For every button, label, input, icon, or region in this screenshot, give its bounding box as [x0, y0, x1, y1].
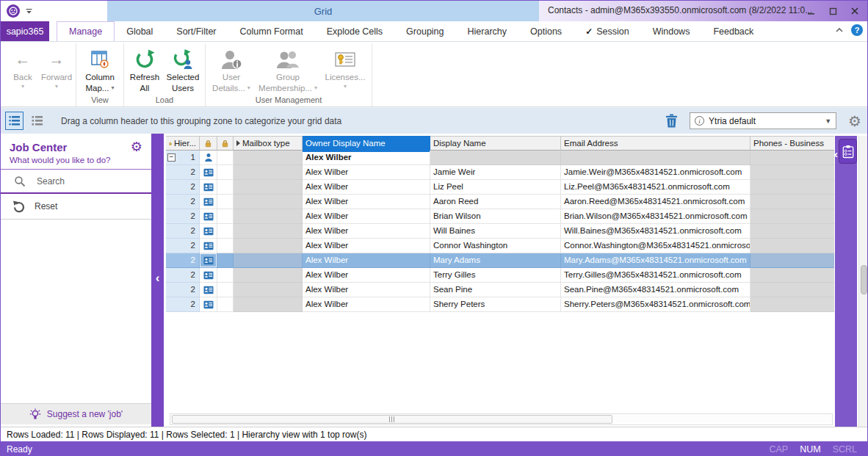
column-header-mailbox-type[interactable]: Mailbox type [234, 136, 303, 151]
back-button[interactable]: ← Back ▾ [6, 43, 40, 90]
email-cell[interactable]: Jamie.Weir@M365x48314521.onmicrosoft.com [561, 165, 751, 180]
phones-cell[interactable] [751, 209, 834, 224]
minimize-button[interactable] [800, 1, 822, 21]
tab-explode-cells[interactable]: Explode Cells [315, 21, 394, 41]
blank-cell[interactable] [217, 224, 234, 239]
display-cell[interactable]: Mary Adams [430, 253, 561, 268]
tab-options[interactable]: Options [518, 21, 574, 41]
licenses-button[interactable]: Licenses... ▾ [321, 43, 369, 90]
forward-button[interactable]: → Forward ▾ [40, 43, 73, 90]
user-type-cell[interactable] [200, 268, 217, 283]
user-details-button[interactable]: User Details...▾ [208, 43, 255, 93]
owner-cell[interactable]: Alex Wilber [303, 297, 430, 312]
owner-cell[interactable]: Alex Wilber [303, 195, 430, 209]
vertical-scrollbar-thumb[interactable] [861, 265, 867, 294]
table-row[interactable]: −2 Alex Wilber Mary Adams Mary.Adams@M36… [166, 253, 834, 268]
email-cell[interactable]: Aaron.Reed@M365x48314521.onmicrosoft.com [561, 195, 751, 209]
owner-cell[interactable]: Alex Wilber [303, 224, 430, 239]
table-row[interactable]: −2 Alex Wilber Sherry Peters Sherry.Pete… [166, 297, 834, 312]
table-row[interactable]: −2 Alex Wilber Will Baines Will.Baines@M… [166, 224, 834, 239]
display-cell[interactable]: Terry Gilles [430, 268, 561, 283]
blank-cell[interactable] [217, 165, 234, 180]
owner-cell[interactable]: Alex Wilber [303, 151, 430, 165]
hierarchy-cell[interactable]: −2 [166, 180, 200, 195]
email-cell[interactable]: Connor.Washington@M365x48314521.onmicros… [561, 239, 751, 253]
help-icon[interactable]: ? [851, 24, 863, 36]
table-row[interactable]: −2 Alex Wilber Terry Gilles Terry.Gilles… [166, 268, 834, 283]
tab-session[interactable]: ✓Session [574, 21, 641, 41]
user-type-cell[interactable] [200, 209, 217, 224]
user-type-cell[interactable] [200, 253, 217, 268]
display-cell[interactable]: Liz Peel [430, 180, 561, 195]
phones-cell[interactable] [751, 283, 834, 297]
phones-cell[interactable] [751, 253, 834, 268]
hierarchy-cell[interactable]: −2 [166, 297, 200, 312]
owner-cell[interactable]: Alex Wilber [303, 209, 430, 224]
phones-cell[interactable] [751, 195, 834, 209]
email-cell[interactable]: Liz.Peel@M365x48314521.onmicrosoft.com [561, 180, 751, 195]
phones-cell[interactable] [751, 165, 834, 180]
blank-cell[interactable] [217, 180, 234, 195]
column-header-lock-2[interactable] [217, 136, 234, 151]
table-row[interactable]: −2 Alex Wilber Jamie Weir Jamie.Weir@M36… [166, 165, 834, 180]
flat-view-toggle[interactable] [28, 112, 46, 130]
phones-cell[interactable] [751, 268, 834, 283]
email-cell[interactable]: Will.Baines@M365x48314521.onmicrosoft.co… [561, 224, 751, 239]
tab-windows[interactable]: Windows [641, 21, 702, 41]
email-cell[interactable]: Terry.Gilles@M365x48314521.onmicrosoft.c… [561, 268, 751, 283]
email-cell[interactable]: Sean.Pine@M365x48314521.onmicrosoft.com [561, 283, 751, 297]
column-map-button[interactable]: Column Map...▾ [79, 43, 121, 93]
hierarchy-cell[interactable]: −2 [166, 195, 200, 209]
tab-sapio365[interactable]: sapio365 [1, 21, 49, 41]
grid-view-selector[interactable]: i Ytria default ▼ [690, 112, 836, 129]
close-button[interactable] [844, 1, 866, 21]
hierarchy-cell[interactable]: −2 [166, 268, 200, 283]
job-search-input[interactable]: Search [1, 169, 151, 194]
email-cell[interactable] [561, 151, 751, 165]
app-logo-icon[interactable] [7, 4, 20, 18]
user-type-cell[interactable] [200, 283, 217, 297]
mailbox-type-cell[interactable] [234, 195, 303, 209]
display-cell[interactable] [430, 151, 561, 165]
blank-cell[interactable] [217, 253, 234, 268]
column-header-lock-1[interactable] [200, 136, 217, 151]
reset-button[interactable]: Reset [1, 194, 151, 220]
hierarchy-cell[interactable]: −2 [166, 253, 200, 268]
tab-global[interactable]: Global [115, 21, 164, 41]
display-cell[interactable]: Sherry Peters [430, 297, 561, 312]
owner-cell[interactable]: Alex Wilber [303, 239, 430, 253]
blank-cell[interactable] [217, 209, 234, 224]
blank-cell[interactable] [217, 283, 234, 297]
expander-icon[interactable]: − [167, 153, 176, 162]
delete-view-icon[interactable] [665, 114, 678, 128]
blank-cell[interactable] [217, 151, 234, 165]
suggest-job-button[interactable]: Suggest a new 'job' [1, 403, 151, 424]
table-row[interactable]: −2 Alex Wilber Connor Washington Connor.… [166, 239, 834, 253]
mailbox-type-cell[interactable] [234, 268, 303, 283]
table-row[interactable]: −1 Alex Wilber [166, 151, 834, 165]
sidebar-collapse-splitter[interactable]: ‹ [151, 134, 164, 427]
tab-column-format[interactable]: Column Format [228, 21, 315, 41]
chevron-left-icon[interactable]: ‹ [834, 148, 838, 160]
hierarchy-cell[interactable]: −2 [166, 239, 200, 253]
horizontal-scrollbar-thumb[interactable] [172, 415, 612, 424]
owner-cell[interactable]: Alex Wilber [303, 180, 430, 195]
hierarchy-cell[interactable]: −2 [166, 224, 200, 239]
column-header-phones-business[interactable]: Phones - Business [751, 136, 834, 151]
column-header-hierarchy[interactable]: Hier... [166, 136, 200, 151]
user-type-cell[interactable] [200, 180, 217, 195]
owner-cell[interactable]: Alex Wilber [303, 283, 430, 297]
refresh-all-button[interactable]: Refresh All [126, 43, 163, 93]
tab-sort-filter[interactable]: Sort/Filter [164, 21, 228, 41]
user-type-cell[interactable] [200, 224, 217, 239]
tab-feedback[interactable]: Feedback [701, 21, 765, 41]
tab-grouping[interactable]: Grouping [394, 21, 455, 41]
mailbox-type-cell[interactable] [234, 297, 303, 312]
mailbox-type-cell[interactable] [234, 209, 303, 224]
phones-cell[interactable] [751, 297, 834, 312]
blank-cell[interactable] [217, 195, 234, 209]
table-row[interactable]: −2 Alex Wilber Sean Pine Sean.Pine@M365x… [166, 283, 834, 297]
column-header-display-name[interactable]: Display Name [430, 136, 561, 151]
blank-cell[interactable] [217, 268, 234, 283]
mailbox-type-cell[interactable] [234, 283, 303, 297]
